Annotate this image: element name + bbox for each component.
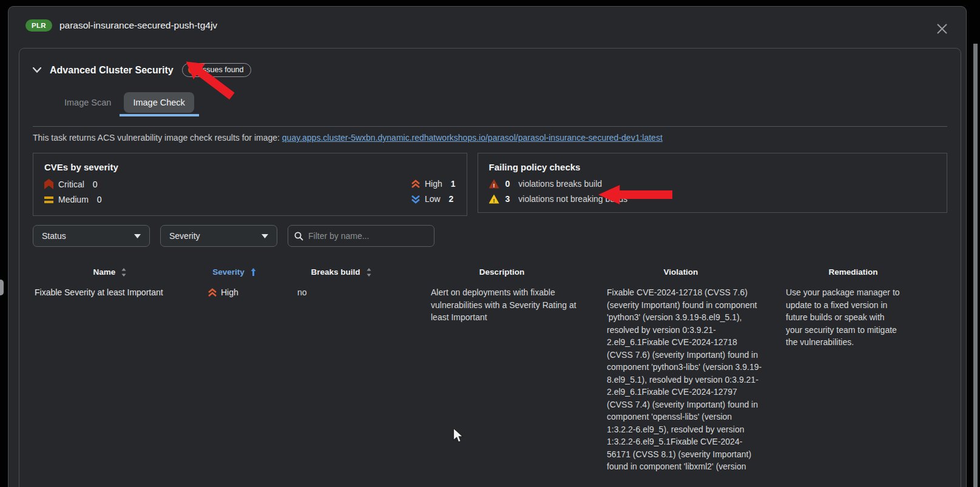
modal-header: PLR parasol-insurance-secured-push-tg4jv [8,7,966,32]
violation-text: Fixable CVE-2024-12718 (CVSS 7.6) (sever… [607,286,762,473]
severity-high-row: High 1 [411,179,456,189]
high-severity-icon [208,288,217,297]
severity-value: High [221,286,238,299]
task-description: This task returns ACS vulnerability imag… [33,133,947,143]
severity-label: Medium [58,195,89,204]
close-icon [937,24,947,34]
warning-triangle-icon: ! [489,195,499,204]
severity-filter-dropdown[interactable]: Severity [160,225,277,247]
severity-filter-label: Severity [169,231,200,241]
column-header-name[interactable]: Name [19,267,200,286]
description-text: Alert on deployments with fixable vulner… [431,286,576,324]
page-title: parasol-insurance-secured-push-tg4jv [59,20,217,31]
policy-count: 0 [505,179,510,189]
caret-down-icon [262,234,268,238]
cell-name: Fixable Severity at least Important [19,286,200,473]
cell-remediation: Use your package manager to update to a … [772,286,934,473]
column-label: Severity [212,267,245,277]
cell-severity: High [200,286,268,473]
column-header-breaks-build[interactable]: Breaks build [268,267,414,286]
status-filter-label: Status [42,231,66,241]
annotation-arrow-policy [598,184,672,206]
breaks-build-row: ! 0 violations breaks build [489,179,936,189]
failing-policy-checks-card: Failing policy checks ! 0 violations bre… [478,153,947,213]
column-label: Remediation [828,267,877,277]
chevron-down-icon[interactable] [33,67,41,73]
resource-kind-badge: PLR [25,19,52,32]
cell-breaks-build: no [268,286,414,473]
severity-critical-row: Critical 0 [44,179,102,189]
section-title: Advanced Cluster Security [50,65,174,76]
critical-severity-icon [44,179,53,189]
column-header-severity[interactable]: Severity [200,267,268,286]
close-button[interactable] [933,20,950,37]
name-filter-searchbox [288,225,434,247]
policy-check-table: Name Severity Breaks build Description [19,267,961,473]
danger-triangle-icon: ! [489,180,499,189]
policy-label: violations breaks build [518,179,602,189]
column-header-violation: Violation [590,267,772,286]
remediation-text: Use your package manager to update to a … [786,286,900,349]
tab-divider [33,126,947,127]
medium-severity-icon [44,196,53,203]
column-label: Violation [664,267,698,277]
column-label: Breaks build [311,267,360,277]
severity-label: High [425,179,442,189]
column-label: Description [479,267,524,277]
status-filter-dropdown[interactable]: Status [33,225,150,247]
caret-down-icon [134,234,141,238]
pipeline-run-modal: PLR parasol-insurance-secured-push-tg4jv… [8,6,967,487]
image-link[interactable]: quay.apps.cluster-5wxbn.dynamic.redhatwo… [282,133,663,143]
column-header-remediation: Remediation [772,267,934,286]
severity-count: 0 [97,195,102,204]
not-breaking-build-row: ! 3 violations not breaking builds [489,194,936,204]
vertical-scrollbar[interactable] [973,44,978,487]
low-severity-icon [411,195,420,204]
drawer-resize-handle[interactable] [0,280,4,295]
severity-low-row: Low 2 [411,194,456,204]
high-severity-icon [411,180,420,189]
policy-count: 3 [505,194,510,204]
sort-up-icon [251,268,256,276]
column-header-description: Description [414,267,590,286]
tab-image-check[interactable]: Image Check [124,92,194,113]
search-input[interactable] [308,231,417,241]
policy-card-title: Failing policy checks [489,162,936,172]
column-label: Name [93,267,116,277]
severity-count: 1 [451,179,456,189]
sort-both-icon [121,268,126,277]
advanced-cluster-security-card: Advanced Cluster Security ! Issues found… [19,48,961,487]
mouse-cursor [453,428,464,444]
cves-by-severity-card: CVEs by severity Critical 0 [33,153,467,216]
severity-label: Low [425,194,441,204]
severity-medium-row: Medium 0 [44,195,102,204]
tab-image-scan[interactable]: Image Scan [55,92,120,113]
cell-description: Alert on deployments with fixable vulner… [414,286,590,473]
search-icon [294,232,303,241]
severity-count: 2 [449,194,454,204]
severity-label: Critical [58,180,84,189]
severity-count: 0 [93,180,98,189]
task-description-text: This task returns ACS vulnerability imag… [33,133,282,143]
cell-violation: Fixable CVE-2024-12718 (CVSS 7.6) (sever… [590,286,772,473]
cves-card-title: CVEs by severity [44,162,456,172]
tab-bar: Image Scan Image Check [55,92,961,113]
sort-both-icon [367,268,371,277]
